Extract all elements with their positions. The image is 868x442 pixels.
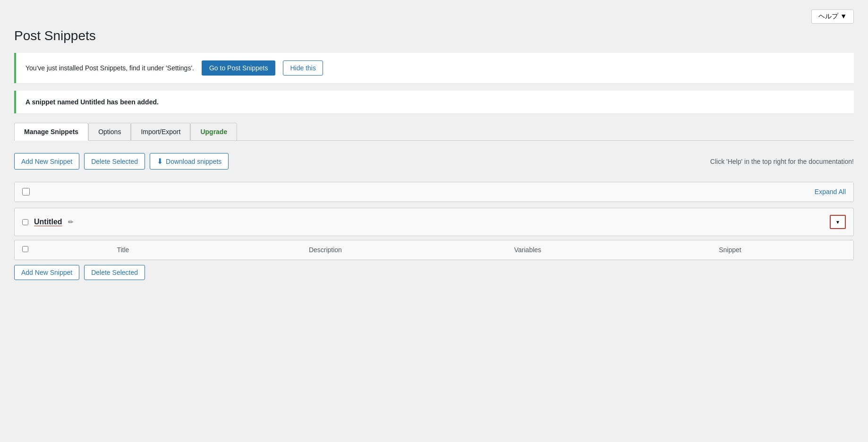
go-to-post-snippets-button[interactable]: Go to Post Snippets [202,60,276,76]
install-notice-text: You've just installed Post Snippets, fin… [26,64,194,72]
chevron-down-icon [835,219,840,225]
snippet-checkbox[interactable] [22,219,28,225]
snippet-data-table: Title Description Variables Snippet [14,240,854,260]
download-snippets-button[interactable]: ⬇ Download snippets [150,153,229,170]
bottom-add-new-snippet-button[interactable]: Add New Snippet [14,265,79,280]
snippet-dropdown-button[interactable] [830,215,846,229]
download-icon: ⬇ [157,157,163,166]
snippet-item: Untitled ✏ [14,208,854,236]
help-hint: Click 'Help' in the top right for the do… [710,158,854,165]
bottom-actions: Add New Snippet Delete Selected [14,260,854,285]
help-label: ヘルプ ▼ [818,12,847,21]
col-title-header: Title [46,246,200,254]
bottom-delete-selected-button[interactable]: Delete Selected [84,265,145,280]
data-table-select-all[interactable] [22,246,28,252]
delete-selected-button[interactable]: Delete Selected [84,153,145,170]
page-title: Post Snippets [14,28,854,43]
tab-manage-snippets[interactable]: Manage Snippets [14,123,88,141]
hide-this-button[interactable]: Hide this [283,60,323,76]
actions-left: Add New Snippet Delete Selected ⬇ Downlo… [14,153,229,170]
tab-upgrade[interactable]: Upgrade [190,123,237,141]
tabs-container: Manage Snippets Options Import/Export Up… [14,123,854,141]
expand-all-link[interactable]: Expand All [815,188,846,196]
add-new-snippet-button[interactable]: Add New Snippet [14,153,79,170]
select-all-checkbox[interactable] [22,188,30,196]
snippet-header-row: Expand All [15,182,853,202]
snippet-added-notice: A snippet named Untitled has been added. [14,91,854,113]
snippet-list-header: Expand All [14,182,854,202]
snippet-data-header: Title Description Variables Snippet [15,240,853,260]
snippet-title: Untitled [34,218,62,226]
col-variables-header: Variables [451,246,605,254]
tab-options[interactable]: Options [88,123,131,141]
actions-bar: Add New Snippet Delete Selected ⬇ Downlo… [14,148,854,174]
tabs: Manage Snippets Options Import/Export Up… [14,123,854,141]
col-description-header: Description [210,246,441,254]
tab-import-export[interactable]: Import/Export [131,123,190,141]
install-notice: You've just installed Post Snippets, fin… [14,53,854,83]
snippet-added-text: A snippet named Untitled has been added. [26,98,159,106]
snippet-item-header: Untitled ✏ [15,208,853,236]
help-button[interactable]: ヘルプ ▼ [811,9,854,24]
snippet-item-left: Untitled ✏ [22,218,74,226]
edit-icon[interactable]: ✏ [68,218,74,226]
col-snippet-header: Snippet [614,246,846,254]
